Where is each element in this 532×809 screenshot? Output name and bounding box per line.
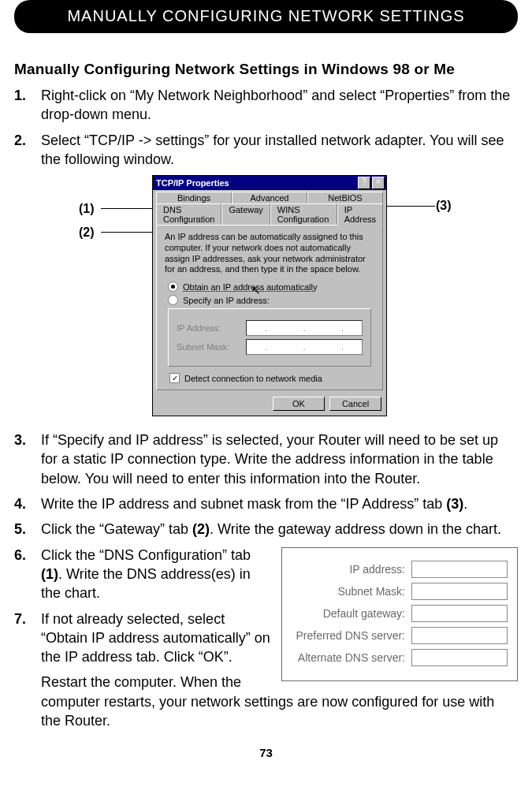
step-list-2: If “Specify and IP address” is selected,…	[14, 431, 518, 539]
callout-1-label: (1)	[79, 202, 95, 216]
page-number: 73	[14, 746, 518, 759]
step-6: Click the “DNS Configuration” tab (1). W…	[14, 546, 518, 603]
tab-gateway[interactable]: Gateway	[221, 203, 270, 225]
step-list: Right-click on “My Network Neighborhood”…	[14, 86, 518, 169]
step-2: Select “TCP/IP -> settings” for your ins…	[14, 131, 518, 170]
checkbox-icon: ✓	[169, 373, 180, 383]
callout-3-line	[383, 206, 435, 207]
subnet-label: Subnet Mask:	[177, 342, 240, 352]
section-title: Manually Configuring Network Settings in…	[14, 61, 518, 78]
tab-netbios[interactable]: NetBIOS	[307, 192, 383, 203]
dialog-figure: (1) (2) (3) TCP/IP Properties ? × Bindin…	[14, 175, 518, 419]
detect-label: Detect connection to network media	[184, 374, 322, 383]
step-7: If not already selected, select “Obtain …	[14, 610, 518, 667]
radio-specify-icon	[168, 295, 178, 305]
ok-button[interactable]: OK	[273, 397, 325, 411]
tab-dns[interactable]: DNS Configuration	[156, 203, 221, 225]
cancel-button[interactable]: Cancel	[329, 397, 381, 411]
radio-specify-row[interactable]: Specify an IP address:	[168, 295, 374, 305]
ip-field-group: IP Address: ... Subnet Mask: ...	[168, 308, 371, 367]
callout-1-line	[101, 208, 158, 209]
dialog-body: An IP address can be automatically assig…	[156, 225, 383, 390]
radio-specify-label: Specify an IP address:	[183, 296, 270, 305]
page-header: MANUALLY CONFIGURING NETWORK SETTINGS	[14, 0, 518, 33]
ip-address-label: IP Address:	[177, 323, 240, 333]
dialog-title: TCP/IP Properties	[156, 178, 229, 188]
radio-obtain-row[interactable]: Obtain an IP address automatically	[168, 281, 374, 292]
cursor-icon: ↖	[251, 284, 261, 296]
step-7-extra: Restart the computer. When the computer …	[14, 673, 518, 730]
callout-2-label: (2)	[79, 226, 95, 240]
detect-row[interactable]: ✓ Detect connection to network media	[169, 373, 374, 383]
radio-obtain-icon	[168, 281, 178, 292]
tab-strip: Bindings Advanced NetBIOS DNS Configurat…	[153, 190, 386, 225]
tab-bindings[interactable]: Bindings	[156, 192, 232, 203]
tab-wins[interactable]: WINS Configuration	[270, 203, 337, 225]
tcpip-dialog: TCP/IP Properties ? × Bindings Advanced …	[152, 175, 387, 416]
ip-address-input[interactable]: ...	[246, 320, 363, 336]
step-3: If “Specify and IP address” is selected,…	[14, 431, 518, 488]
step-4: Write the IP address and subnet mask fro…	[14, 494, 518, 513]
callout-3-label: (3)	[436, 199, 452, 213]
close-button[interactable]: ×	[372, 177, 385, 189]
tab-ipaddress[interactable]: IP Address	[337, 203, 383, 226]
radio-obtain-label: Obtain an IP address automatically	[183, 282, 317, 292]
dialog-description: An IP address can be automatically assig…	[165, 232, 374, 275]
tab-advanced[interactable]: Advanced	[232, 192, 307, 203]
step-5: Click the “Gateway” tab (2). Write the g…	[14, 520, 518, 539]
help-button[interactable]: ?	[358, 177, 370, 189]
dialog-buttons: OK Cancel	[153, 393, 386, 416]
dialog-titlebar: TCP/IP Properties ? ×	[153, 176, 386, 190]
subnet-input[interactable]: ...	[246, 339, 363, 355]
step-1: Right-click on “My Network Neighborhood”…	[14, 86, 518, 125]
